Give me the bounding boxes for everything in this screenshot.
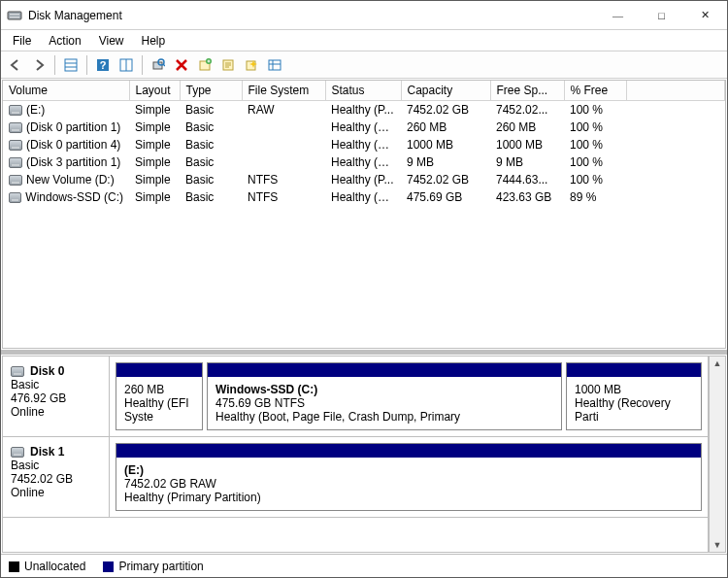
partition-status: Healthy (Recovery Parti — [575, 396, 693, 424]
disk-map-inner[interactable]: Disk 0Basic476.92 GBOnline260 MBHealthy … — [2, 356, 709, 553]
cell-pct: 100 % — [564, 171, 626, 188]
partition[interactable]: 260 MBHealthy (EFI Syste — [116, 362, 203, 430]
cell-pct: 100 % — [564, 153, 626, 171]
cell-free: 9 MB — [490, 153, 564, 171]
toolbar-separator — [86, 55, 87, 75]
cell-type: Basic — [180, 101, 242, 119]
legend: Unallocated Primary partition — [1, 554, 727, 577]
window-title: Disk Management — [28, 9, 596, 22]
disk-name: Disk 1 — [30, 445, 64, 459]
new-partition-icon[interactable] — [194, 54, 215, 76]
svg-rect-0 — [8, 12, 21, 19]
svg-line-12 — [163, 64, 165, 66]
cell-free: 7444.63... — [490, 171, 564, 188]
disk-row[interactable]: Disk 1Basic7452.02 GBOnline(E:)7452.02 G… — [3, 437, 708, 518]
wizard-icon[interactable] — [241, 54, 262, 76]
cell-free: 1000 MB — [490, 136, 564, 153]
volume-list[interactable]: Volume Layout Type File System Status Ca… — [2, 80, 726, 349]
cell-free: 423.63 GB — [490, 188, 564, 206]
cell-free: 7452.02... — [490, 101, 564, 119]
partition-size: 7452.02 GB RAW — [124, 477, 693, 491]
app-icon — [7, 8, 22, 23]
svg-rect-2 — [10, 17, 19, 18]
disk-icon — [11, 366, 24, 377]
cell-capacity: 9 MB — [401, 153, 490, 171]
table-row[interactable]: (Disk 0 partition 4)SimpleBasicHealthy (… — [3, 136, 725, 153]
table-row[interactable]: Windows-SSD (C:)SimpleBasicNTFSHealthy (… — [3, 188, 725, 206]
maximize-button[interactable]: □ — [640, 1, 683, 30]
cell-layout: Simple — [129, 101, 180, 119]
disk-status: Online — [11, 405, 101, 419]
scroll-up-icon[interactable]: ▲ — [713, 357, 722, 370]
cell-fs: RAW — [242, 101, 325, 119]
cell-type: Basic — [180, 188, 242, 206]
scroll-down-icon[interactable]: ▼ — [713, 538, 722, 552]
table-row[interactable]: (E:)SimpleBasicRAWHealthy (P...7452.02 G… — [3, 101, 725, 119]
col-status[interactable]: Status — [325, 81, 401, 101]
menu-file[interactable]: File — [5, 32, 39, 50]
col-capacity[interactable]: Capacity — [401, 81, 490, 101]
cell-status: Healthy (R... — [325, 136, 401, 153]
col-spare[interactable] — [626, 81, 725, 101]
help-icon[interactable]: ? — [92, 54, 114, 76]
disk-type: Basic — [11, 459, 101, 472]
view-panes-icon[interactable] — [116, 54, 137, 76]
col-layout[interactable]: Layout — [129, 81, 180, 101]
cell-fs — [242, 136, 325, 153]
legend-unallocated: Unallocated — [9, 560, 85, 573]
cell-free: 260 MB — [490, 119, 564, 136]
volume-name: (Disk 0 partition 1) — [26, 120, 120, 134]
cell-layout: Simple — [129, 171, 180, 188]
cell-status: Healthy (P... — [325, 101, 401, 119]
cell-pct: 100 % — [564, 101, 626, 119]
menu-help[interactable]: Help — [134, 32, 174, 50]
disk-status: Online — [11, 486, 101, 499]
properties-icon[interactable] — [217, 54, 239, 76]
cell-fs — [242, 119, 325, 136]
minimize-button[interactable]: — — [596, 1, 640, 30]
volume-icon — [9, 122, 22, 133]
disk-size: 7452.02 GB — [11, 472, 101, 486]
volume-name: (Disk 3 partition 1) — [26, 155, 120, 169]
forward-button[interactable] — [28, 54, 50, 76]
details-view-icon[interactable] — [264, 54, 285, 76]
volume-name: New Volume (D:) — [26, 173, 115, 187]
cell-capacity: 260 MB — [401, 119, 490, 136]
refresh-icon[interactable] — [148, 54, 169, 76]
cell-layout: Simple — [129, 136, 180, 153]
menu-action[interactable]: Action — [41, 32, 88, 50]
cell-status: Healthy (E... — [325, 153, 401, 171]
col-type[interactable]: Type — [180, 81, 242, 101]
partition-stripe — [116, 363, 202, 377]
table-row[interactable]: (Disk 3 partition 1)SimpleBasicHealthy (… — [3, 153, 725, 171]
partition[interactable]: 1000 MBHealthy (Recovery Parti — [566, 362, 702, 430]
back-button[interactable] — [5, 54, 26, 76]
partition[interactable]: Windows-SSD (C:)475.69 GB NTFSHealthy (B… — [207, 362, 562, 430]
partition-stripe — [567, 363, 701, 377]
svg-rect-3 — [65, 59, 77, 71]
volume-name: Windows-SSD (C:) — [25, 190, 123, 204]
partition-size: 260 MB — [124, 383, 194, 396]
close-button[interactable]: ✕ — [683, 1, 727, 30]
col-fs[interactable]: File System — [242, 81, 325, 101]
vertical-scrollbar[interactable]: ▲ ▼ — [709, 356, 726, 553]
view-list-icon[interactable] — [60, 54, 82, 76]
col-pct[interactable]: % Free — [564, 81, 626, 101]
partition[interactable]: (E:)7452.02 GB RAWHealthy (Primary Parti… — [116, 443, 702, 511]
col-volume[interactable]: Volume — [3, 81, 129, 101]
disk-row[interactable]: Disk 0Basic476.92 GBOnline260 MBHealthy … — [3, 357, 708, 437]
content-area: Volume Layout Type File System Status Ca… — [1, 79, 727, 577]
cell-capacity: 475.69 GB — [401, 188, 490, 206]
titlebar: Disk Management — □ ✕ — [1, 1, 727, 30]
menu-view[interactable]: View — [91, 32, 132, 50]
cell-fs — [242, 153, 325, 171]
partition-stripe — [116, 444, 701, 458]
table-row[interactable]: New Volume (D:)SimpleBasicNTFSHealthy (P… — [3, 171, 725, 188]
col-free[interactable]: Free Sp... — [490, 81, 564, 101]
table-row[interactable]: (Disk 0 partition 1)SimpleBasicHealthy (… — [3, 119, 725, 136]
disk-partitions: (E:)7452.02 GB RAWHealthy (Primary Parti… — [110, 437, 708, 517]
delete-icon[interactable] — [171, 54, 192, 76]
cell-fs: NTFS — [242, 188, 325, 206]
disk-header: Disk 1Basic7452.02 GBOnline — [3, 437, 110, 517]
cell-capacity: 1000 MB — [401, 136, 490, 153]
